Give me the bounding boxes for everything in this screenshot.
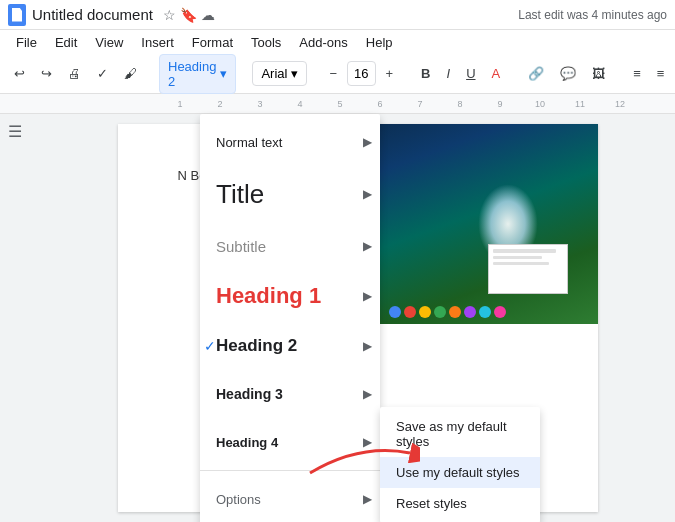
ruler-mark-8: 8 — [440, 99, 480, 109]
menu-addons[interactable]: Add-ons — [291, 33, 355, 52]
menu-view[interactable]: View — [87, 33, 131, 52]
ruler-mark-12: 12 — [600, 99, 640, 109]
ruler-mark-2: 2 — [200, 99, 240, 109]
cloud-icon[interactable]: ☁ — [201, 7, 215, 23]
ruler-mark-1: 1 — [160, 99, 200, 109]
style-options-arrow: ▶ — [363, 492, 372, 506]
style-dropdown[interactable]: Heading 2 ▾ — [159, 54, 236, 94]
star-icon[interactable]: ☆ — [163, 7, 176, 23]
ruler-mark-4: 4 — [280, 99, 320, 109]
sidebar: ☰ — [0, 114, 40, 522]
undo-button[interactable]: ↩ — [8, 62, 31, 85]
menu-format[interactable]: Format — [184, 33, 241, 52]
arrow-pointer — [300, 433, 420, 486]
ruler-mark-11: 11 — [560, 99, 600, 109]
bookmark-icon[interactable]: 🔖 — [180, 7, 197, 23]
font-color-button[interactable]: A — [486, 62, 507, 85]
bold-button[interactable]: B — [415, 62, 436, 85]
image-button[interactable]: 🖼 — [586, 62, 611, 85]
reset-styles-item[interactable]: Reset styles — [380, 488, 540, 519]
align-center[interactable]: ≡ — [651, 62, 671, 85]
style-normal-arrow: ▶ — [363, 135, 372, 149]
style-h1-arrow: ▶ — [363, 289, 372, 303]
style-h1-label: Heading 1 — [216, 283, 321, 309]
doc-area: N Best Facetime Tips and Tricks to Use i… — [40, 114, 675, 522]
align-left[interactable]: ≡ — [627, 62, 647, 85]
menu-tools[interactable]: Tools — [243, 33, 289, 52]
style-item-subtitle[interactable]: Subtitle ▶ — [200, 222, 380, 270]
ruler-mark-7: 7 — [400, 99, 440, 109]
style-h2-arrow: ▶ — [363, 339, 372, 353]
style-subtitle-label: Subtitle — [216, 238, 266, 255]
style-item-h1[interactable]: Heading 1 ▶ — [200, 270, 380, 322]
main-area: ☰ — [0, 114, 675, 522]
title-icons: ☆ 🔖 ☁ — [163, 7, 215, 23]
style-title-arrow: ▶ — [363, 187, 372, 201]
style-options-label: Options — [216, 492, 261, 507]
redo-button[interactable]: ↪ — [35, 62, 58, 85]
menu-bar: File Edit View Insert Format Tools Add-o… — [0, 30, 675, 54]
comment-button[interactable]: 💬 — [554, 62, 582, 85]
menu-file[interactable]: File — [8, 33, 45, 52]
title-bar: Untitled document ☆ 🔖 ☁ Last edit was 4 … — [0, 0, 675, 30]
style-h4-label: Heading 4 — [216, 435, 278, 450]
font-dropdown[interactable]: Arial ▾ — [252, 61, 307, 86]
outline-icon[interactable]: ☰ — [8, 122, 32, 141]
print-button[interactable]: 🖨 — [62, 62, 87, 85]
style-h2-check: ✓ — [204, 338, 216, 354]
style-dropdown-label: Heading 2 — [168, 59, 216, 89]
underline-button[interactable]: U — [460, 62, 481, 85]
style-h3-label: Heading 3 — [216, 386, 283, 402]
doc-icon — [8, 4, 26, 26]
font-name: Arial — [261, 66, 287, 81]
document-title[interactable]: Untitled document — [32, 6, 153, 23]
ruler-mark-10: 10 — [520, 99, 560, 109]
style-item-h2[interactable]: ✓ Heading 2 ▶ — [200, 322, 380, 370]
small-preview — [488, 244, 568, 294]
ruler-mark-6: 6 — [360, 99, 400, 109]
ruler-mark-5: 5 — [320, 99, 360, 109]
style-title-label: Title — [216, 179, 264, 210]
ruler: 1 2 3 4 5 6 7 8 9 10 11 12 — [0, 94, 675, 114]
paint-button[interactable]: 🖌 — [118, 62, 143, 85]
menu-edit[interactable]: Edit — [47, 33, 85, 52]
ruler-mark-3: 3 — [240, 99, 280, 109]
last-edit-text: Last edit was 4 minutes ago — [518, 8, 667, 22]
font-size[interactable]: 16 — [347, 61, 375, 86]
menu-help[interactable]: Help — [358, 33, 401, 52]
font-arrow: ▾ — [291, 66, 298, 81]
style-h3-arrow: ▶ — [363, 387, 372, 401]
style-item-normal[interactable]: Normal text ▶ — [200, 118, 380, 166]
link-button[interactable]: 🔗 — [522, 62, 550, 85]
italic-button[interactable]: I — [441, 62, 457, 85]
style-subtitle-arrow: ▶ — [363, 239, 372, 253]
menu-insert[interactable]: Insert — [133, 33, 182, 52]
toolbar: ↩ ↪ 🖨 ✓ 🖌 Heading 2 ▾ Arial ▾ − 16 + B I… — [0, 54, 675, 94]
style-h2-label: Heading 2 — [216, 336, 297, 356]
style-item-h3[interactable]: Heading 3 ▶ — [200, 370, 380, 418]
font-increase[interactable]: + — [380, 62, 400, 85]
spellcheck-button[interactable]: ✓ — [91, 62, 114, 85]
style-dropdown-arrow: ▾ — [220, 66, 227, 81]
style-normal-label: Normal text — [216, 135, 282, 150]
style-item-title[interactable]: Title ▶ — [200, 166, 380, 222]
font-decrease[interactable]: − — [323, 62, 343, 85]
ruler-mark-9: 9 — [480, 99, 520, 109]
